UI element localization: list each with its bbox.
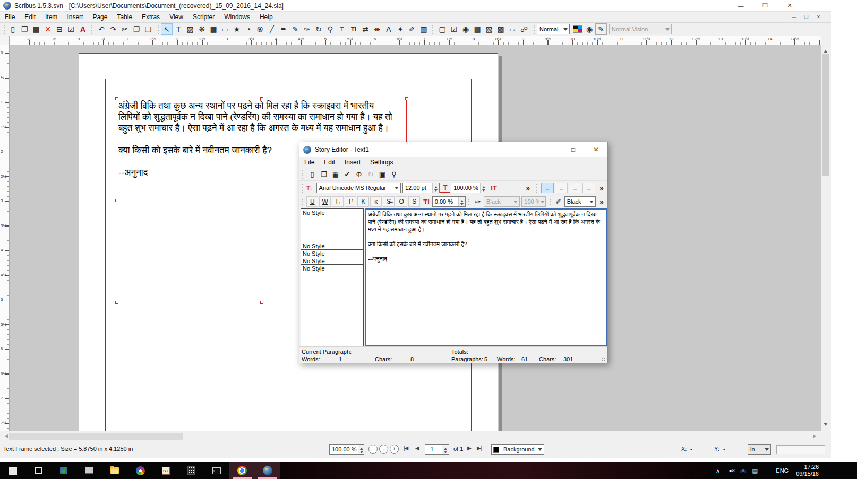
open-document-icon[interactable]: ❒ <box>19 23 30 35</box>
next-page-button[interactable]: ▶ <box>467 445 471 451</box>
more-align-button[interactable]: » <box>596 183 607 193</box>
cut-icon[interactable]: ✂ <box>119 23 131 35</box>
export-pdf-icon[interactable]: A <box>77 23 89 35</box>
small-caps-button[interactable]: ᴋ <box>370 196 382 207</box>
pdf-text-field-icon[interactable]: ▤ <box>472 23 483 35</box>
unit-select[interactable]: in <box>748 444 771 455</box>
volume-muted-icon[interactable]: ◄✕ <box>727 468 734 473</box>
menu-view[interactable]: View <box>165 12 188 22</box>
align-center-button[interactable]: ≡ <box>555 183 568 193</box>
tracking-spinner[interactable]: 0.00 % <box>432 196 466 207</box>
align-justify-button[interactable]: ≡ <box>582 183 595 193</box>
save-document-icon[interactable]: ▦ <box>30 23 42 35</box>
clear-all-text-icon[interactable]: ▯ <box>307 169 318 179</box>
taskbar-app-setup[interactable] <box>76 462 102 479</box>
taskbar-chrome[interactable] <box>229 462 255 479</box>
vertical-ruler[interactable]: 0½11½22½33½44½55½66½77½ <box>0 45 10 431</box>
menu-file[interactable]: File <box>0 12 20 22</box>
align-right-button[interactable]: ≡ <box>569 183 581 193</box>
taskbar-picasa[interactable] <box>127 462 153 479</box>
subscript-button[interactable]: T₁ <box>332 196 344 207</box>
tray-chevron-icon[interactable]: ∧ <box>716 467 720 474</box>
insert-polygon-icon[interactable]: ★ <box>231 23 243 35</box>
menu-table[interactable]: Table <box>112 12 137 22</box>
horizontal-scrollbar[interactable] <box>0 431 821 441</box>
paragraph-style-list[interactable]: No StyleNo StyleNo StyleNo StyleNo Style <box>301 208 364 346</box>
zoom-100-button[interactable]: · <box>379 445 388 454</box>
search-replace-icon[interactable]: ⚲ <box>389 169 399 179</box>
wifi-icon[interactable]: ((( <box>741 469 746 472</box>
preflight-verifier-icon[interactable]: ☑ <box>65 23 77 35</box>
menu-item[interactable]: Item <box>40 12 62 22</box>
zoom-level-spinner[interactable]: 100.00 % <box>329 444 364 455</box>
frame-handle[interactable] <box>260 301 263 304</box>
redo-icon[interactable]: ↷ <box>107 23 119 35</box>
zoom-in-button[interactable]: + <box>390 445 399 454</box>
story-minimize-button[interactable]: — <box>539 142 562 157</box>
char-width-spinner[interactable]: 100.00 % <box>451 183 487 193</box>
reload-text-from-frame-icon[interactable]: ↻ <box>365 169 376 179</box>
language-indicator[interactable]: ENG <box>776 467 789 474</box>
last-page-button[interactable]: ▶| <box>477 445 481 451</box>
close-document-icon[interactable]: ✕ <box>42 23 54 35</box>
color-management-icon[interactable] <box>572 23 584 35</box>
taskbar-scribus[interactable] <box>255 462 280 479</box>
taskbar-command-prompt[interactable]: ›_ <box>204 462 229 479</box>
measurements-icon[interactable]: Λ <box>383 23 395 35</box>
insert-shape-icon[interactable]: ▭ <box>219 23 231 35</box>
superscript-button[interactable]: T¹ <box>345 196 356 207</box>
exit-without-updating-icon[interactable]: Φ <box>354 169 364 179</box>
menu-help[interactable]: Help <box>255 12 278 22</box>
vertical-scrollbar[interactable] <box>821 45 830 431</box>
previous-page-button[interactable]: ◀ <box>415 445 419 451</box>
frame-handle[interactable] <box>115 97 118 100</box>
print-document-icon[interactable]: ⊟ <box>54 23 65 35</box>
menu-edit[interactable]: Edit <box>20 12 40 22</box>
insert-table-icon[interactable]: ▦ <box>208 23 219 35</box>
close-button[interactable]: ✕ <box>777 0 802 11</box>
update-frame-and-exit-icon[interactable]: ✔ <box>342 169 353 179</box>
story-maximize-button[interactable]: □ <box>562 142 585 157</box>
style-entry[interactable]: No Style <box>301 242 363 249</box>
pdf-combo-box-icon[interactable]: ▧ <box>483 23 495 35</box>
new-document-icon[interactable]: ▯ <box>7 23 19 35</box>
scroll-left-icon[interactable] <box>3 434 8 438</box>
mdi-restore-button[interactable]: ❐ <box>800 12 812 22</box>
fill-color-select[interactable]: Black <box>564 196 596 207</box>
pdf-push-button-icon[interactable]: ▢ <box>436 23 448 35</box>
link-text-frames-icon[interactable]: ⇄ <box>359 23 371 35</box>
pdf-text-annotation-icon[interactable]: ▱ <box>507 23 518 35</box>
horizontal-scroll-thumb[interactable] <box>9 433 183 440</box>
copy-item-properties-icon[interactable]: ✦ <box>395 23 406 35</box>
start-button[interactable] <box>0 462 25 479</box>
story-close-button[interactable]: ✕ <box>585 142 607 157</box>
frame-handle[interactable] <box>405 97 408 100</box>
mdi-close-button[interactable]: ✕ <box>812 12 825 22</box>
rotate-item-icon[interactable]: ↻ <box>313 23 324 35</box>
show-desktop-button[interactable] <box>844 462 857 479</box>
edit-in-preview-icon[interactable]: ✎ <box>595 23 607 35</box>
insert-text-frame-icon[interactable]: T <box>173 23 184 35</box>
load-from-file-icon[interactable]: ❒ <box>319 169 329 179</box>
font-size-spinner[interactable]: 12.00 pt <box>402 183 440 193</box>
taskbar-st-app[interactable]: ST <box>153 462 178 479</box>
menu-page[interactable]: Page <box>88 12 112 22</box>
save-to-file-icon[interactable]: ▦ <box>330 169 341 179</box>
pdf-link-annotation-icon[interactable]: ☍ <box>518 23 530 35</box>
frame-handle[interactable] <box>260 97 263 100</box>
menu-windows[interactable]: Windows <box>219 12 255 22</box>
scroll-up-icon[interactable] <box>824 48 828 53</box>
task-view-button[interactable] <box>25 462 51 479</box>
mdi-minimize-button[interactable]: — <box>788 12 800 22</box>
edit-contents-icon[interactable]: T <box>336 23 348 35</box>
resize-grip[interactable] <box>601 357 606 362</box>
unlink-text-frames-icon[interactable]: ⇹ <box>371 23 383 35</box>
page-number-spinner[interactable]: 1 <box>425 444 449 455</box>
style-entry[interactable]: No Style <box>301 209 363 242</box>
minimize-button[interactable]: — <box>729 0 753 11</box>
story-editor-icon[interactable]: TI <box>348 23 359 35</box>
barcode-icon[interactable]: ▥ <box>418 23 430 35</box>
story-text-area[interactable]: अंग्रेजी विकि तथा कुछ अन्य स्थानों पर पढ… <box>365 208 607 346</box>
insert-freehand-icon[interactable]: ✎ <box>289 23 301 35</box>
style-entry[interactable]: No Style <box>301 249 363 257</box>
